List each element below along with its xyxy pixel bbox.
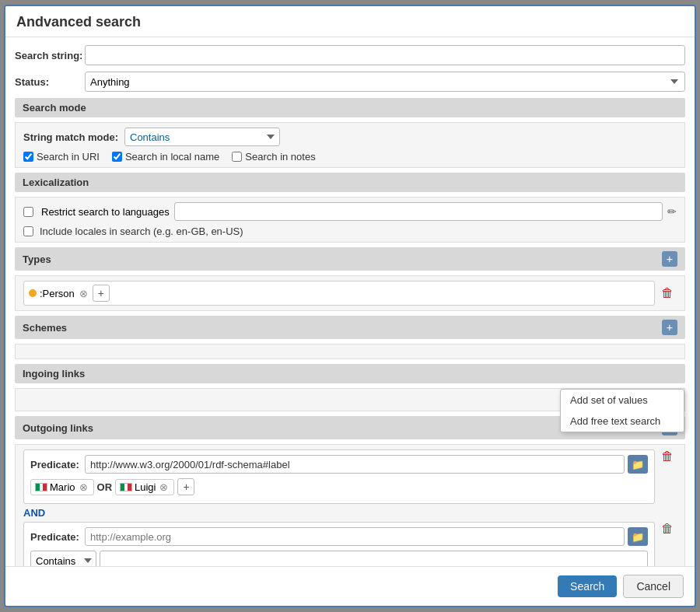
contains-row: Contains [30,551,648,566]
search-in-uri-checkbox[interactable] [23,152,33,162]
outgoing-row-1: Predicate: 📁 Mario ⊗ OR [23,449,677,504]
predicate-input-1[interactable] [85,455,625,474]
type-remove-button[interactable]: ⊗ [78,288,89,299]
value-mario-remove-button[interactable]: ⊗ [78,481,89,493]
cancel-button[interactable]: Cancel [623,575,684,598]
string-match-row: String match mode: Contains [23,128,677,146]
predicate-label-1: Predicate: [30,459,85,470]
outgoing-block-2-delete-button[interactable]: 🗑 [658,522,677,536]
search-in-uri-label[interactable]: Search in URI [23,151,100,163]
search-in-notes-label[interactable]: Search in notes [232,151,315,163]
type-value: :Person [40,288,75,299]
contains-select[interactable]: Contains [30,551,96,566]
ingoing-inner: Add set of values Add free text search [15,388,685,411]
restrict-label: Restrict search to languages [41,206,170,218]
status-row: Status: Anything [15,72,685,92]
dialog-body: Search string: Status: Anything Search m… [5,37,695,566]
or-text: OR [97,481,113,493]
status-select[interactable]: Anything [85,72,685,92]
schemes-header: Schemes + [15,316,685,339]
search-in-notes-checkbox[interactable] [232,152,242,162]
restrict-languages-input[interactable] [174,202,663,221]
value-luigi-remove-button[interactable]: ⊗ [158,481,170,493]
add-set-of-values-item[interactable]: Add set of values [561,390,684,411]
pencil-button[interactable]: ✏ [667,205,677,218]
types-add-button[interactable]: + [662,251,677,267]
type-add-inline-button[interactable]: + [93,285,110,302]
schemes-add-button[interactable]: + [662,320,677,335]
predicate-row-2: Predicate: 📁 [30,527,648,546]
value-mario-label: Mario [50,481,75,493]
type-row: :Person ⊗ + 🗑 [23,281,677,306]
value-luigi-label: Luigi [135,481,156,493]
outgoing-links-label: Outgoing links [23,422,93,434]
predicate-browse-button-2[interactable]: 📁 [628,527,648,546]
include-locales-checkbox[interactable] [23,226,33,236]
search-in-row: Search in URI Search in local name Searc… [23,151,677,163]
flag-it-icon-luigi [120,483,132,491]
schemes-inner [15,344,685,359]
predicate-browse-button-1[interactable]: 📁 [628,455,648,474]
advanced-search-dialog: Andvanced search Search string: Status: … [4,5,696,607]
include-row: Include locales in search (e.g. en-GB, e… [23,226,677,237]
restrict-checkbox[interactable] [23,207,33,217]
outgoing-block-2: Predicate: 📁 Contains 🗑 [23,522,677,566]
value-tag-mario: Mario ⊗ [30,479,94,495]
search-mode-inner: String match mode: Contains Search in UR… [15,122,685,168]
type-tag-container: :Person ⊗ + [23,281,655,306]
ingoing-links-header: Ingoing links [15,364,685,383]
types-label: Types [23,254,51,265]
add-free-text-item[interactable]: Add free text search [561,411,684,432]
values-add-button[interactable]: + [177,478,194,495]
outgoing-block-1-delete-button[interactable]: 🗑 [658,449,677,463]
contains-input[interactable] [100,551,648,566]
search-mode-label: Search mode [23,102,86,114]
search-string-input[interactable] [85,45,685,65]
lexicalization-inner: Restrict search to languages ✏ Include l… [15,197,685,243]
predicate-input-2[interactable] [85,527,625,546]
dialog-footer: Search Cancel [5,566,695,606]
and-text: AND [23,507,677,519]
search-string-label: Search string: [15,50,85,61]
search-button[interactable]: Search [558,575,617,597]
ingoing-links-label: Ingoing links [23,368,85,379]
outgoing-block-1: Predicate: 📁 Mario ⊗ OR [23,449,677,504]
type-dot-icon [29,289,37,297]
outgoing-block-inner-1: Predicate: 📁 Mario ⊗ OR [23,449,655,504]
search-mode-header: Search mode [15,98,685,117]
lexicalization-label: Lexicalization [23,177,89,188]
types-inner: :Person ⊗ + 🗑 [15,275,685,311]
string-match-select[interactable]: Contains [124,128,280,146]
flag-it-icon-mario [35,483,47,491]
predicate-row-1: Predicate: 📁 [30,455,648,474]
string-match-label: String match mode: [23,131,124,143]
values-row-1: Mario ⊗ OR Luigi ⊗ + [30,478,648,495]
ingoing-dropdown: Add set of values Add free text search [560,389,684,432]
search-string-row: Search string: [15,45,685,65]
schemes-label: Schemes [23,322,67,334]
dialog-title: Andvanced search [5,6,695,37]
search-in-local-name-checkbox[interactable] [112,152,122,162]
value-tag-luigi: Luigi ⊗ [115,479,174,495]
restrict-row: Restrict search to languages ✏ [23,202,677,221]
outgoing-inner: Predicate: 📁 Mario ⊗ OR [15,444,685,566]
types-header: Types + [15,247,685,271]
lexicalization-header: Lexicalization [15,173,685,192]
outgoing-row-2: Predicate: 📁 Contains 🗑 [23,522,677,566]
outgoing-block-inner-2: Predicate: 📁 Contains [23,522,655,566]
status-label: Status: [15,76,85,88]
type-delete-button[interactable]: 🗑 [658,286,677,300]
predicate-label-2: Predicate: [30,531,85,543]
include-locales-label: Include locales in search (e.g. en-GB, e… [40,226,243,237]
search-in-local-name-label[interactable]: Search in local name [112,151,219,163]
